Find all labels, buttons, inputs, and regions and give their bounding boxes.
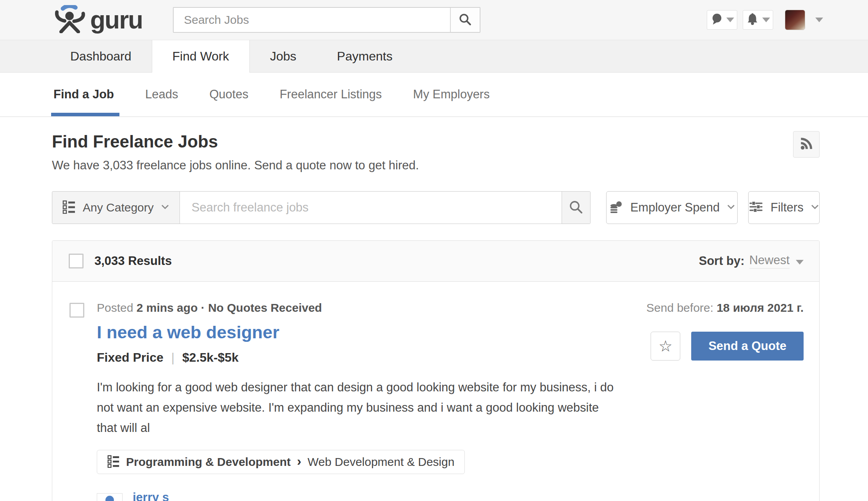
job-category: Programming & Development [126, 455, 291, 469]
posted-time: 2 mins ago [137, 301, 198, 314]
favorite-button[interactable]: ☆ [651, 332, 680, 361]
subnav-find-a-job[interactable]: Find a Job [52, 73, 116, 116]
notifications-icon [746, 12, 759, 27]
chevron-down-icon [727, 204, 735, 211]
favorite-icon: ☆ [658, 337, 672, 355]
caret-down-icon [726, 18, 734, 22]
caret-down-icon [762, 18, 770, 22]
job-search-combo: Any Category [52, 191, 591, 224]
subnav-leads[interactable]: Leads [144, 73, 180, 116]
job-action-buttons: ☆ Send a Quote [651, 332, 804, 361]
caret-down-icon [796, 260, 804, 265]
results-header: 3,033 Results Sort by: Newest [52, 241, 819, 282]
header-right-cluster [707, 10, 823, 30]
search-icon [458, 12, 472, 28]
rss-feed-button[interactable] [793, 131, 820, 158]
sub-nav: Find a Job Leads Quotes Freelancer Listi… [0, 73, 868, 117]
job-listing: Posted 2 mins ago · No Quotes Received I… [52, 282, 819, 501]
search-jobs-button[interactable] [450, 8, 480, 32]
guru-logo-text: guru [90, 5, 142, 34]
filter-bar: Any Category [52, 191, 820, 224]
page-head: Find Freelance Jobs We have 3,033 freela… [0, 117, 868, 172]
sort-by-label: Sort by: [699, 254, 745, 268]
job-meta: Posted 2 mins ago · No Quotes Received [97, 301, 616, 314]
avatar-icon [98, 494, 121, 501]
send-before: Send before: 18 июля 2021 г. [646, 301, 804, 314]
select-all-checkbox[interactable] [69, 254, 84, 268]
employer-spend-dropdown[interactable]: Employer Spend [606, 191, 738, 224]
job-category-chip[interactable]: Programming & Development › Web Developm… [97, 450, 465, 474]
filters-dropdown[interactable]: Filters [748, 191, 820, 224]
search-icon [568, 199, 584, 216]
job-title-link[interactable]: I need a web designer [97, 322, 616, 343]
job-main: Posted 2 mins ago · No Quotes Received I… [97, 301, 616, 501]
chevron-right-icon: › [297, 454, 301, 467]
employer-avatar[interactable] [97, 493, 123, 501]
top-header: guru [0, 0, 868, 40]
tab-payments[interactable]: Payments [317, 40, 413, 72]
sort-dropdown[interactable]: Sort by: Newest [699, 253, 804, 269]
main-nav: Dashboard Find Work Jobs Payments [0, 40, 868, 73]
employer-spend-label: Employer Spend [630, 201, 720, 215]
price-separator: | [164, 350, 182, 364]
filters-icon [749, 199, 763, 216]
page-subtitle: We have 3,033 freelance jobs online. Sen… [52, 158, 820, 172]
job-side-actions: Send before: 18 июля 2021 г. ☆ Send a Qu… [616, 301, 804, 501]
messages-menu-button[interactable] [707, 10, 737, 30]
header-search [173, 7, 480, 33]
guru-logo[interactable]: guru [52, 5, 142, 35]
user-avatar[interactable] [785, 10, 805, 30]
send-before-date: 18 июля 2021 г. [717, 301, 804, 314]
job-price: Fixed Price|$2.5k-$5k [97, 350, 616, 365]
employer-spend-icon [608, 199, 623, 216]
sort-value: Newest [749, 253, 790, 269]
category-icon [62, 200, 76, 215]
employer-name-link[interactable]: jerry s [133, 490, 210, 501]
job-checkbox[interactable] [69, 303, 84, 318]
tab-dashboard[interactable]: Dashboard [50, 40, 152, 72]
freelance-jobs-search-input[interactable] [180, 192, 562, 224]
page-title: Find Freelance Jobs [52, 132, 820, 151]
chevron-down-icon [811, 204, 819, 211]
search-jobs-input[interactable] [174, 8, 450, 32]
results-panel: 3,033 Results Sort by: Newest Posted 2 m… [52, 240, 820, 501]
job-employer: jerry s United States [97, 490, 616, 501]
freelance-jobs-search-button[interactable] [562, 192, 590, 224]
price-range: $2.5k-$5k [182, 350, 238, 364]
job-description: I'm looking for a good web designer that… [97, 377, 616, 438]
rss-icon [799, 136, 814, 153]
chevron-down-icon [161, 204, 169, 211]
subnav-my-employers[interactable]: My Employers [411, 73, 491, 116]
posted-label: Posted [97, 301, 133, 314]
category-icon [107, 455, 120, 469]
job-subcategory: Web Development & Design [308, 455, 454, 469]
guru-logo-icon [52, 5, 88, 35]
price-type: Fixed Price [97, 350, 164, 364]
employer-info: jerry s United States [133, 490, 210, 501]
meta-dot: · [201, 301, 205, 314]
category-dropdown[interactable]: Any Category [52, 192, 180, 224]
tab-jobs[interactable]: Jobs [250, 40, 317, 72]
send-before-label: Send before: [646, 301, 713, 314]
quotes-status: No Quotes Received [208, 301, 322, 314]
results-count: 3,033 Results [94, 254, 172, 268]
account-menu-caret[interactable] [815, 18, 823, 22]
tab-find-work[interactable]: Find Work [152, 40, 250, 73]
category-dropdown-label: Any Category [83, 201, 154, 214]
send-quote-button[interactable]: Send a Quote [691, 332, 804, 361]
notifications-menu-button[interactable] [743, 10, 773, 30]
subnav-freelancer-listings[interactable]: Freelancer Listings [278, 73, 383, 116]
subnav-quotes[interactable]: Quotes [208, 73, 250, 116]
messages-icon [710, 12, 723, 27]
filters-label: Filters [770, 201, 803, 215]
